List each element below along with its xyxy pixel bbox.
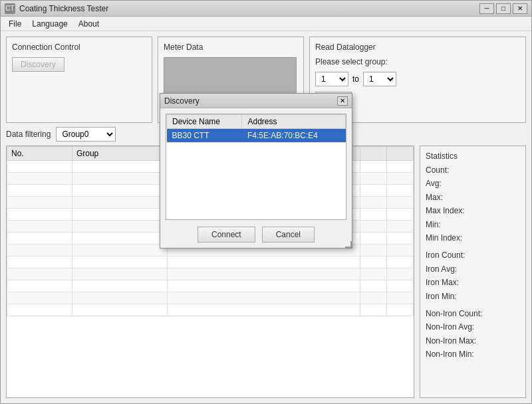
to-select[interactable]: 1 2 3: [363, 72, 396, 86]
menu-bar: File Language About: [1, 17, 531, 31]
device-table: Device Name Address BB30 CTTF4:5E:AB:70:…: [166, 114, 346, 143]
stats-rows: Count: Avg: Max: Max Index: Min: Min Ind…: [426, 163, 520, 361]
window-title: Coating Thickness Tester: [19, 4, 479, 13]
device-name-cell: BB30 CTT: [167, 129, 242, 143]
col-address: Address: [242, 115, 346, 129]
discovery-button[interactable]: Discovery: [12, 57, 65, 72]
table-row[interactable]: [7, 292, 414, 304]
dialog-title: Discovery: [164, 96, 200, 106]
cancel-button[interactable]: Cancel: [262, 227, 315, 243]
device-address-cell: F4:5E:AB:70:BC:E4: [242, 129, 346, 143]
stat-iron-avg: Iron Avg:: [426, 262, 520, 276]
title-bar: CT Coating Thickness Tester ─ □ ✕: [1, 1, 531, 17]
connect-button[interactable]: Connect: [198, 227, 255, 243]
dialog-body: Device Name Address BB30 CTTF4:5E:AB:70:…: [160, 108, 352, 248]
table-row[interactable]: [7, 268, 414, 280]
col-extra2: [386, 147, 413, 161]
menu-file[interactable]: File: [3, 18, 27, 30]
main-window: CT Coating Thickness Tester ─ □ ✕ File L…: [0, 0, 532, 404]
stat-noniron-count: Non-Iron Count:: [426, 307, 520, 320]
meter-data-label: Meter Data: [164, 43, 298, 52]
device-row[interactable]: BB30 CTTF4:5E:AB:70:BC:E4: [167, 129, 346, 143]
stat-iron-max: Iron Max:: [426, 276, 520, 289]
dialog-buttons: Connect Cancel: [166, 227, 346, 243]
discovery-dialog: Discovery ✕ Device Name Address BB30 CTT…: [160, 93, 352, 249]
app-icon: CT: [5, 3, 15, 14]
statistics-title: Statistics: [426, 152, 520, 161]
stat-noniron-max: Non-Iron Max:: [426, 334, 520, 348]
stat-max-index: Max Index:: [426, 204, 520, 217]
stat-iron-min: Iron Min:: [426, 290, 520, 303]
menu-language[interactable]: Language: [27, 18, 72, 30]
dialog-resize-handle[interactable]: [345, 241, 352, 248]
menu-about[interactable]: About: [73, 18, 104, 30]
connection-control-panel: Connection Control Discovery: [6, 37, 152, 123]
from-select[interactable]: 1 2 3: [315, 72, 348, 86]
stat-max: Max:: [426, 191, 520, 204]
select-group-label: Please select group:: [315, 57, 520, 66]
group-filter-select[interactable]: Group0 Group1 Group2: [56, 127, 116, 142]
maximize-button[interactable]: □: [496, 3, 511, 14]
title-bar-buttons: ─ □ ✕: [479, 3, 527, 14]
stat-avg: Avg:: [426, 177, 520, 190]
to-label: to: [352, 74, 359, 84]
stat-count: Count:: [426, 163, 520, 177]
data-filtering-label: Data filtering: [6, 130, 51, 139]
connection-control-label: Connection Control: [12, 43, 146, 52]
table-row[interactable]: [7, 256, 414, 268]
device-list-container: Device Name Address BB30 CTTF4:5E:AB:70:…: [166, 114, 346, 220]
read-datalogger-label: Read Datalogger: [315, 43, 520, 52]
col-device-name: Device Name: [167, 115, 242, 129]
datalogger-row: 1 2 3 to 1 2 3: [315, 72, 520, 86]
minimize-button[interactable]: ─: [479, 3, 494, 14]
stat-noniron-avg: Non-Iron Avg:: [426, 320, 520, 334]
col-no: No.: [7, 147, 72, 161]
table-row[interactable]: [7, 280, 414, 292]
stat-min-index: Min Index:: [426, 231, 520, 245]
stat-noniron-min: Non-Iron Min:: [426, 348, 520, 361]
col-group: Group: [72, 147, 167, 161]
col-extra1: [360, 147, 386, 161]
statistics-panel: Statistics Count: Avg: Max: Max Index: M…: [420, 146, 526, 398]
stat-iron-count: Iron Count:: [426, 249, 520, 262]
table-row[interactable]: [7, 304, 414, 316]
dialog-title-bar: Discovery ✕: [160, 94, 352, 108]
stat-min: Min:: [426, 218, 520, 231]
close-button[interactable]: ✕: [513, 3, 527, 14]
dialog-close-button[interactable]: ✕: [337, 96, 348, 106]
